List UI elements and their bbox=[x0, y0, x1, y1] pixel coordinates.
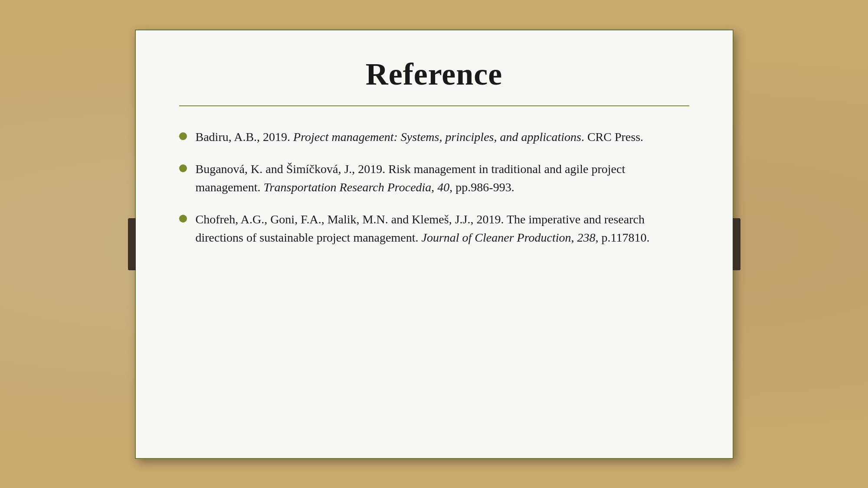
references-list: Badiru, A.B., 2019. Project management: … bbox=[179, 128, 689, 247]
title-divider bbox=[179, 105, 689, 106]
slide-title: Reference bbox=[366, 56, 502, 92]
list-item: Buganová, K. and Šimíčková, J., 2019. Ri… bbox=[179, 160, 689, 197]
reference-text: Badiru, A.B., 2019. Project management: … bbox=[196, 128, 689, 146]
reference-text: Buganová, K. and Šimíčková, J., 2019. Ri… bbox=[196, 160, 689, 197]
slide-tab-right bbox=[733, 218, 740, 270]
bullet-icon bbox=[179, 132, 187, 140]
reference-text: Chofreh, A.G., Goni, F.A., Malik, M.N. a… bbox=[196, 210, 689, 247]
slide: Reference Badiru, A.B., 2019. Project ma… bbox=[135, 29, 734, 459]
bullet-icon bbox=[179, 215, 187, 223]
bullet-icon bbox=[179, 164, 187, 172]
list-item: Chofreh, A.G., Goni, F.A., Malik, M.N. a… bbox=[179, 210, 689, 247]
slide-tab-left bbox=[128, 218, 136, 270]
list-item: Badiru, A.B., 2019. Project management: … bbox=[179, 128, 689, 146]
